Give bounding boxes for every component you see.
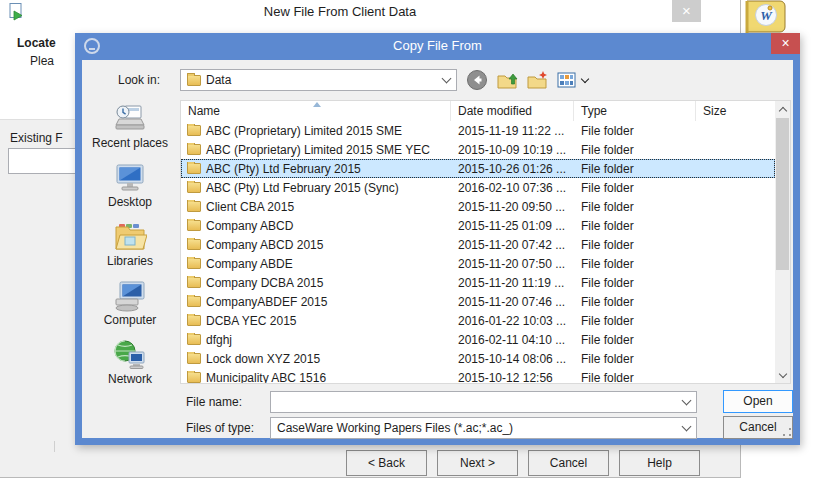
window-title: New File From Client Data (0, 4, 680, 19)
files-of-type-dropdown[interactable]: CaseWare Working Papers Files (*.ac;*.ac… (270, 417, 697, 439)
folder-icon (187, 220, 201, 231)
caseware-app-icon[interactable]: W (742, 0, 788, 34)
look-in-dropdown[interactable]: Data (180, 69, 457, 91)
folder-icon (187, 334, 201, 345)
folder-icon (187, 75, 201, 86)
sidebar-item-label: Desktop (108, 195, 152, 209)
column-header-name[interactable]: Name (181, 101, 451, 121)
files-of-type-value: CaseWare Working Papers Files (*.ac;*.ac… (277, 421, 683, 435)
chevron-down-icon[interactable] (581, 75, 589, 83)
file-name-cell: Company ABCD (181, 219, 451, 233)
file-name-label: File name: (186, 395, 242, 409)
sort-ascending-icon (313, 102, 321, 107)
folder-icon (187, 201, 201, 212)
file-name-cell: ABC (Pty) Ltd February 2015 (Sync) (181, 181, 451, 195)
dialog-titlebar[interactable]: Copy File From (75, 33, 800, 60)
type-cell: File folder (574, 219, 696, 233)
view-menu-icon[interactable] (556, 69, 578, 91)
sidebar-item-libraries[interactable]: Libraries (82, 218, 178, 277)
svg-text:W: W (760, 8, 773, 23)
folder-icon (187, 296, 201, 307)
file-row[interactable]: DCBA YEC 2015 2016-01-22 10:03 ... File … (181, 311, 775, 330)
file-row[interactable]: Municipality ABC 1516 2015-10-12 12:56 F… (181, 368, 775, 383)
file-row[interactable]: Company ABCD 2015 2015-11-20 07:42 ... F… (181, 235, 775, 254)
column-header-date-modified[interactable]: Date modified (451, 101, 574, 121)
network-icon (113, 339, 147, 371)
file-name-cell: ABC (Pty) Ltd February 2015 (181, 162, 451, 176)
file-name-input[interactable] (277, 395, 683, 409)
sidebar-item-recent-places[interactable]: Recent places (82, 100, 178, 159)
file-name-cell: Lock down XYZ 2015 (181, 352, 451, 366)
file-name-combobox[interactable] (270, 391, 697, 413)
wizard-subtext: Plea (30, 54, 54, 68)
file-row[interactable]: CompanyABDEF 2015 2015-11-20 07:46 ... F… (181, 292, 775, 311)
wizard-cancel-button[interactable]: Cancel (528, 450, 609, 476)
type-cell: File folder (574, 257, 696, 271)
close-icon[interactable] (672, 0, 701, 22)
next-button[interactable]: Next > (437, 450, 518, 476)
type-cell: File folder (574, 295, 696, 309)
file-row[interactable]: Client CBA 2015 2015-11-20 09:50 ... Fil… (181, 197, 775, 216)
folder-icon (187, 277, 201, 288)
libraries-icon (113, 221, 147, 253)
column-header-type[interactable]: Type (574, 101, 696, 121)
file-row[interactable]: ABC (Pty) Ltd February 2015 (Sync) 2016-… (181, 178, 775, 197)
list-scrollbar[interactable] (775, 101, 790, 383)
folder-icon (187, 258, 201, 269)
scroll-down-icon[interactable] (775, 367, 790, 383)
look-in-value: Data (206, 73, 443, 87)
file-name-cell: Municipality ABC 1516 (181, 371, 451, 384)
up-one-level-icon[interactable] (496, 69, 518, 91)
type-cell: File folder (574, 276, 696, 290)
open-button[interactable]: Open (723, 390, 793, 413)
type-cell: File folder (574, 162, 696, 176)
column-header-size[interactable]: Size (696, 101, 775, 121)
file-name-cell: ABC (Proprietary) Limited 2015 SME (181, 124, 451, 138)
desktop-icon (113, 162, 147, 194)
sidebar-item-label: Libraries (107, 254, 153, 268)
date-modified-cell: 2015-10-14 08:06 ... (451, 352, 574, 366)
file-name-cell: Company ABDE (181, 257, 451, 271)
back-button[interactable]: < Back (346, 450, 427, 476)
chevron-down-icon (682, 395, 692, 405)
existing-file-label: Existing F (10, 131, 63, 145)
help-button[interactable]: Help (619, 450, 700, 476)
file-row[interactable]: Lock down XYZ 2015 2015-10-14 08:06 ... … (181, 349, 775, 368)
chevron-down-icon (442, 73, 452, 83)
type-cell: File folder (574, 371, 696, 384)
sidebar-item-desktop[interactable]: Desktop (82, 159, 178, 218)
date-modified-cell: 2015-10-12 12:56 (451, 371, 574, 384)
date-modified-cell: 2015-11-20 07:50 ... (451, 257, 574, 271)
folder-icon (187, 182, 201, 193)
file-name-cell: Company DCBA 2015 (181, 276, 451, 290)
scrollbar-thumb[interactable] (776, 118, 789, 270)
resize-grip[interactable] (783, 428, 791, 436)
type-cell: File folder (574, 314, 696, 328)
type-cell: File folder (574, 238, 696, 252)
file-row[interactable]: Company DCBA 2015 2015-11-20 11:19 ... F… (181, 273, 775, 292)
close-icon[interactable] (771, 33, 800, 54)
type-cell: File folder (574, 200, 696, 214)
file-name-cell: Company ABCD 2015 (181, 238, 451, 252)
file-row[interactable]: dfghj 2016-02-11 04:10 ... File folder (181, 330, 775, 349)
scroll-up-icon[interactable] (775, 101, 790, 117)
folder-icon (187, 125, 201, 136)
sidebar-item-computer[interactable]: Computer (82, 277, 178, 336)
list-header: Name Date modified Type Size (181, 101, 775, 121)
file-row[interactable]: ABC (Pty) Ltd February 2015 2015-10-26 0… (181, 159, 775, 178)
file-row[interactable]: Company ABDE 2015-11-20 07:50 ... File f… (181, 254, 775, 273)
date-modified-cell: 2015-11-20 07:46 ... (451, 295, 574, 309)
file-row[interactable]: ABC (Proprietary) Limited 2015 SME 2015-… (181, 121, 775, 140)
file-row[interactable]: Company ABCD 2015-11-25 01:09 ... File f… (181, 216, 775, 235)
date-modified-cell: 2015-11-20 09:50 ... (451, 200, 574, 214)
back-nav-icon[interactable] (466, 69, 488, 91)
new-folder-icon[interactable] (526, 69, 548, 91)
file-row[interactable]: ABC (Proprietary) Limited 2015 SME YEC 2… (181, 140, 775, 159)
wizard-titlebar[interactable]: New File From Client Data (0, 0, 740, 25)
sidebar-item-network[interactable]: Network (82, 336, 178, 386)
dialog-toolbar (466, 69, 588, 91)
recent-places-icon (113, 103, 147, 135)
folder-icon (187, 239, 201, 250)
date-modified-cell: 2015-11-20 11:19 ... (451, 276, 574, 290)
sidebar-item-label: Computer (104, 313, 157, 327)
